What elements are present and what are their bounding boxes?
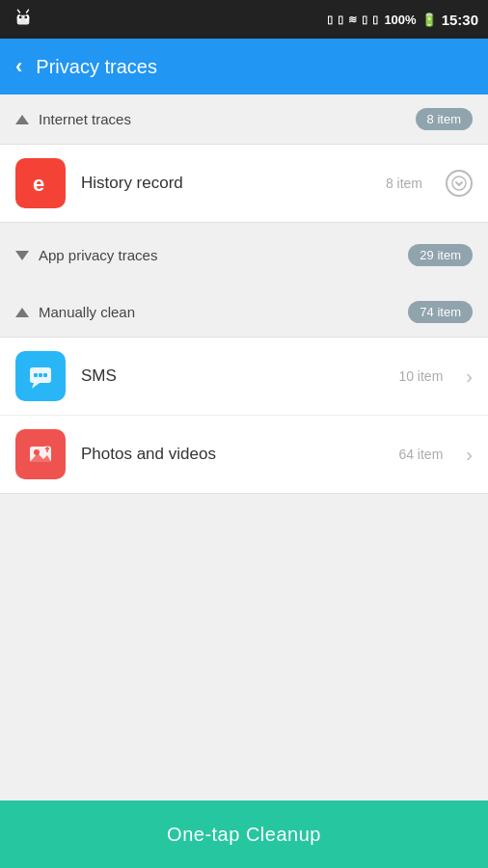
chevron-down-circle-icon: [451, 176, 467, 191]
sms-chevron-icon: ›: [466, 366, 473, 388]
page-title: Privacy traces: [36, 56, 157, 78]
history-record-name: History record: [81, 174, 370, 193]
status-left: [10, 6, 37, 33]
main-content: Internet traces 8 item e History record …: [0, 95, 488, 800]
manually-clean-title: Manually clean: [39, 304, 135, 320]
sms-count: 10 item: [398, 368, 443, 384]
svg-point-3: [19, 16, 22, 19]
history-record-icon: e: [15, 158, 66, 208]
photos-chevron-icon: ›: [466, 444, 473, 466]
triangle-up-icon: [15, 115, 29, 124]
sms-item[interactable]: SMS 10 item ›: [0, 338, 488, 416]
photos-videos-name: Photos and videos: [81, 445, 383, 464]
time: 15:30: [442, 12, 478, 28]
section-manually-clean[interactable]: Manually clean 74 item: [0, 287, 488, 337]
manually-clean-badge: 74 item: [408, 301, 473, 323]
photos-videos-count: 64 item: [398, 447, 443, 462]
svg-point-4: [24, 16, 27, 19]
svg-line-5: [17, 10, 19, 13]
svg-line-6: [27, 10, 29, 13]
battery-percent: 100%: [384, 13, 416, 27]
manually-clean-card: SMS 10 item › Photos and videos 64 item …: [0, 337, 488, 494]
history-record-count: 8 item: [386, 176, 422, 191]
svg-rect-13: [43, 373, 47, 377]
battery-icon: 🔋: [421, 13, 437, 27]
divider-2: [0, 280, 488, 287]
app-privacy-traces-title: App privacy traces: [39, 247, 157, 263]
one-tap-cleanup-label: One-tap Cleanup: [167, 824, 321, 846]
section-internet-traces[interactable]: Internet traces 8 item: [0, 95, 488, 144]
photos-icon: [15, 429, 66, 479]
app-privacy-traces-badge: 29 item: [408, 244, 473, 266]
internet-traces-title: Internet traces: [39, 111, 131, 127]
svg-rect-11: [34, 373, 38, 377]
svg-rect-12: [39, 373, 42, 377]
history-record-check-icon[interactable]: [446, 170, 473, 197]
sms-name: SMS: [81, 366, 383, 386]
status-bar: ▯ ▯ ≋ ▯ ▯ 100% 🔋 15:30: [0, 0, 488, 39]
history-app-icon-svg: e: [26, 169, 55, 198]
signal-icons: ▯ ▯ ≋ ▯ ▯: [327, 14, 379, 26]
status-right: ▯ ▯ ≋ ▯ ▯ 100% 🔋 15:30: [327, 12, 478, 28]
svg-point-8: [452, 176, 466, 190]
triangle-down-icon: [15, 251, 29, 260]
svg-marker-10: [32, 383, 40, 389]
sms-app-icon-svg: [26, 362, 55, 391]
history-record-item[interactable]: e History record 8 item: [0, 145, 488, 222]
divider-1: [0, 223, 488, 231]
svg-text:e: e: [33, 172, 44, 196]
section-app-privacy-traces[interactable]: App privacy traces 29 item: [0, 231, 488, 280]
top-bar: ‹ Privacy traces: [0, 39, 488, 95]
sms-icon: [15, 351, 66, 401]
internet-traces-badge: 8 item: [416, 108, 473, 130]
one-tap-cleanup-button[interactable]: One-tap Cleanup: [0, 800, 488, 868]
internet-traces-card: e History record 8 item: [0, 144, 488, 223]
back-button[interactable]: ‹: [15, 54, 22, 79]
photos-app-icon-svg: [26, 440, 55, 469]
svg-rect-2: [17, 15, 30, 25]
triangle-up-icon-2: [15, 308, 29, 317]
photos-videos-item[interactable]: Photos and videos 64 item ›: [0, 416, 488, 493]
android-icon: [10, 6, 37, 33]
